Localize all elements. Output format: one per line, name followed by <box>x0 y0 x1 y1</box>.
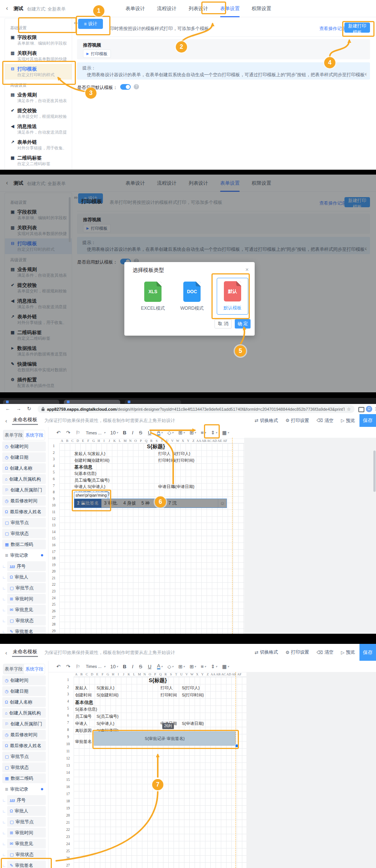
row-header[interactable]: 11 <box>48 509 59 516</box>
field-item[interactable]: ∟ ✉审批意见 <box>2 839 46 848</box>
cell[interactable]: 员工编号 <box>75 714 92 719</box>
toolbar-icon[interactable]: ≡▾ <box>201 664 206 669</box>
tool-icon[interactable]: ∞ <box>74 20 77 26</box>
toolbar-icon[interactable]: A▾ <box>157 430 163 436</box>
row-header[interactable]: 6 <box>48 476 59 483</box>
cell[interactable]: 打印时间 <box>160 692 177 698</box>
row-header[interactable]: 27 <box>62 862 74 868</box>
row-header[interactable]: 11 <box>62 748 74 755</box>
cell[interactable]: 创建时间 <box>75 692 92 698</box>
column-header[interactable]: E <box>95 672 100 677</box>
cell[interactable]: 发起人 <box>74 451 87 457</box>
column-header[interactable]: W <box>189 672 195 677</box>
address-bar[interactable]: app82759.eapps.dingtalkcloud.com/design/… <box>38 405 355 413</box>
sidebar-item[interactable]: ►数据推送 满足条件的数据将推送至指定的服务地址 <box>5 169 72 170</box>
field-item[interactable]: ∟ Ω审批人 <box>2 806 46 816</box>
column-header[interactable]: L <box>117 439 122 443</box>
column-header[interactable]: G <box>91 439 96 443</box>
tab[interactable]: 权限设置 <box>251 0 272 17</box>
browser-tab[interactable] <box>3 400 59 404</box>
confirm-button[interactable]: 确 定 <box>235 319 251 329</box>
column-header[interactable]: U <box>179 672 184 677</box>
toolbar-icon[interactable]: ⚐ <box>76 430 81 436</box>
sidebar-item[interactable]: ▥关联列表 实现对其他表单数据的快捷查看与新增 <box>5 48 72 64</box>
field-item[interactable]: ▢审批节点 <box>2 518 46 527</box>
cell[interactable]: S{基本信息} <box>75 707 97 712</box>
cell[interactable]: S{打印人} <box>182 685 200 691</box>
row-header[interactable]: 16 <box>62 784 74 791</box>
save-button[interactable]: 保存 <box>359 644 376 661</box>
column-header[interactable]: AC <box>207 439 212 443</box>
column-header[interactable]: P <box>138 439 143 443</box>
vertical-scrollbar[interactable] <box>373 451 376 492</box>
toolbar-icon[interactable]: 10▾ <box>110 430 118 436</box>
column-header[interactable]: I <box>101 439 107 443</box>
toolbar-icon[interactable]: ⇕▾ <box>211 430 217 436</box>
nav-icon[interactable]: ↻ <box>27 406 31 411</box>
bookmark-star-icon[interactable]: ☆ <box>347 407 351 412</box>
row-header[interactable]: 23 <box>62 833 74 841</box>
column-header[interactable]: Z <box>205 672 210 677</box>
column-header[interactable]: AA <box>196 439 201 443</box>
help-icon[interactable]: ? <box>134 84 139 89</box>
row-header[interactable]: 18 <box>48 555 59 562</box>
spreadsheet-grid[interactable] <box>74 677 246 868</box>
row-header[interactable]: 28 <box>48 621 59 628</box>
row-header[interactable]: 4 <box>62 698 74 705</box>
nav-icon[interactable]: → <box>16 406 21 411</box>
designer-action[interactable]: ▷预览 <box>341 649 355 656</box>
column-header[interactable]: J <box>107 439 112 443</box>
column-header[interactable]: H <box>96 439 101 443</box>
toolbar-icon[interactable]: S <box>139 664 143 669</box>
column-header[interactable]: AF <box>237 672 242 677</box>
cell[interactable]: S{创建时间} <box>88 458 110 463</box>
column-header[interactable]: B <box>79 672 84 677</box>
column-header[interactable]: U <box>165 439 170 443</box>
toolbar-icon[interactable]: ↷ <box>66 664 71 669</box>
row-header[interactable]: 17 <box>48 549 59 556</box>
field-item[interactable]: ▦数据二维码 <box>2 539 46 549</box>
field-item[interactable]: ∟ ✎审批签名 <box>2 627 46 634</box>
toolbar-icon[interactable]: S <box>139 430 143 436</box>
column-header[interactable]: R <box>163 672 168 677</box>
row-header[interactable]: 27 <box>48 615 59 621</box>
toolbar-icon[interactable]: ≡▾ <box>201 430 206 436</box>
browser-avatar[interactable]: Ω <box>366 406 372 412</box>
row-header[interactable]: 13 <box>48 522 59 529</box>
field-item[interactable]: ◷最后修改时间 <box>2 730 46 740</box>
field-item[interactable]: ∟ ⊞审批时间 <box>2 594 46 604</box>
cancel-button[interactable]: 取 消 <box>214 319 232 329</box>
field-item[interactable]: ∟ ▢审批节点 <box>2 817 46 827</box>
field-item[interactable]: ≣审批记录 <box>2 784 46 794</box>
toolbar-icon[interactable]: ⊞▾ <box>178 664 185 669</box>
row-header[interactable]: 15 <box>48 535 59 542</box>
column-header[interactable]: M <box>137 672 142 677</box>
row-header[interactable]: 26 <box>48 608 59 615</box>
column-header[interactable]: AC <box>221 672 226 677</box>
column-header[interactable]: Y <box>200 672 205 677</box>
field-item[interactable]: ▦数据二维码 <box>2 773 46 783</box>
column-header[interactable]: X <box>180 439 186 443</box>
toolbar-icon[interactable]: ▦▾ <box>222 664 229 669</box>
field-item[interactable]: ◷创建日期 <box>2 452 46 462</box>
selection-handle[interactable] <box>235 744 239 747</box>
toolbar-icon[interactable]: Times ...▾ <box>86 431 105 435</box>
browser-menu-icon[interactable]: ⋮ <box>373 407 376 411</box>
back-icon[interactable]: ‹ <box>5 417 7 424</box>
column-header[interactable]: A <box>74 672 79 677</box>
row-header[interactable]: 22 <box>62 826 74 833</box>
row-header[interactable]: 25 <box>62 848 74 855</box>
row-header[interactable]: 8 <box>62 726 74 734</box>
row-header[interactable]: 13 <box>62 762 74 769</box>
designer-action[interactable]: ⇄切换格式 <box>255 649 278 656</box>
toolbar-icon[interactable]: ⇕▾ <box>211 664 217 669</box>
toolbar-icon[interactable]: U <box>148 664 152 669</box>
field-item[interactable]: ∟ 123序号 <box>2 795 46 805</box>
field-item[interactable]: ∟ ⊞审批时间 <box>2 828 46 838</box>
column-header[interactable]: P <box>153 672 158 677</box>
row-header[interactable]: 3 <box>48 456 59 463</box>
toolbar-icon[interactable]: B <box>123 664 127 669</box>
sidebar-item[interactable]: ▤业务规则 满足条件，自动更改其他表单数据 <box>5 90 72 105</box>
row-header[interactable]: 19 <box>48 562 59 569</box>
row-header[interactable]: 19 <box>62 805 74 812</box>
